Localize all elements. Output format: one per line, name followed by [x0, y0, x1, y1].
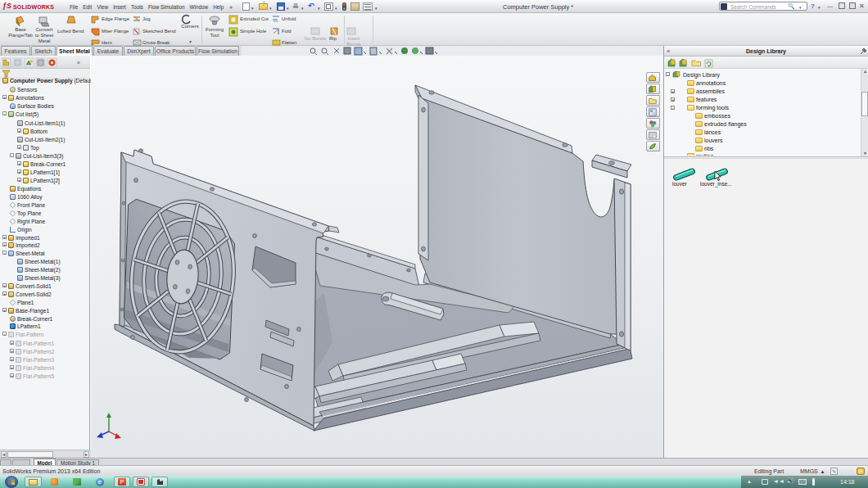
svg-text:»: »: [77, 60, 80, 66]
